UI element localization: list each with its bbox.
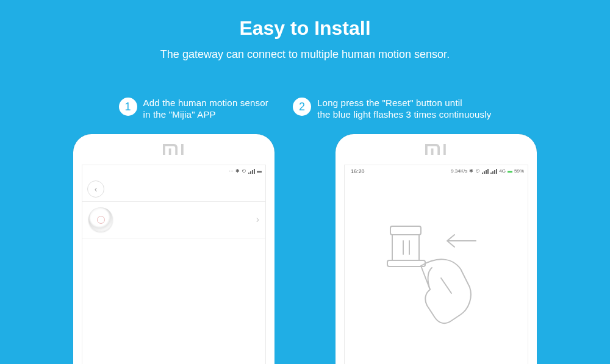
step-1: 1 Add the human motion sensor in the "Mi… [119,98,269,121]
signal-icon [482,169,489,174]
mi-logo [336,134,537,163]
phone-1-screen: ⋯ ✱ ⏲ ▬ ‹ › [82,165,266,365]
bluetooth-icon: ✱ [235,168,240,174]
battery-percent: 59% [514,168,524,174]
phone-mockup-1: ⋯ ✱ ⏲ ▬ ‹ › [73,134,274,365]
step-1-badge: 1 [119,98,137,116]
signal-icon-2 [490,169,497,174]
header: Easy to Install The gateway can connect … [0,0,610,61]
steps-row: 1 Add the human motion sensor in the "Mi… [0,98,610,121]
wifi-icon [248,169,255,174]
chevron-left-icon: ‹ [95,184,98,194]
phone-2-screen: 16:20 9.34K/s ✱ ⏲ 4G ▬ 59% [344,165,528,365]
phone-mockup-2: 16:20 9.34K/s ✱ ⏲ 4G ▬ 59% [336,134,537,365]
status-speed: 9.34K/s [451,168,467,174]
svg-rect-1 [169,148,171,155]
svg-rect-5 [443,144,446,155]
alarm-icon: ⏲ [242,168,246,174]
dots-icon: ⋯ [229,168,234,174]
battery-icon: ▬ [508,168,512,174]
status-bar: ⋯ ✱ ⏲ ▬ [82,165,265,177]
step-1-text: Add the human motion sensor in the "Miji… [143,98,269,121]
mi-logo-icon [425,144,447,155]
status-time: 16:20 [351,168,365,174]
page-title: Easy to Install [0,17,610,40]
battery-icon: ▬ [257,168,262,174]
svg-rect-2 [181,144,184,155]
phones-row: ⋯ ✱ ⏲ ▬ ‹ › [0,134,610,365]
svg-rect-4 [431,148,434,155]
svg-rect-7 [387,260,425,266]
network-label: 4G [499,168,506,174]
motion-sensor-icon [88,207,113,232]
mi-logo [73,134,274,163]
step-2: 2 Long press the "Reset" button until th… [293,98,491,121]
step-2-text: Long press the "Reset" button until the … [317,98,491,121]
page-subtitle: The gateway can connect to multiple huma… [0,48,610,61]
nav-bar: ‹ [82,177,265,202]
bluetooth-icon: ✱ [469,168,473,174]
status-bar: 16:20 9.34K/s ✱ ⏲ 4G ▬ 59% [345,165,528,177]
alarm-icon: ⏲ [475,168,480,174]
mi-logo-icon [163,144,185,155]
chevron-right-icon: › [256,214,259,225]
press-reset-illustration-icon [369,214,503,348]
instruction-illustration [345,177,528,365]
back-button[interactable]: ‹ [87,180,104,198]
device-list-item[interactable]: › [82,202,265,238]
step-2-badge: 2 [293,98,311,116]
svg-rect-6 [390,226,421,235]
